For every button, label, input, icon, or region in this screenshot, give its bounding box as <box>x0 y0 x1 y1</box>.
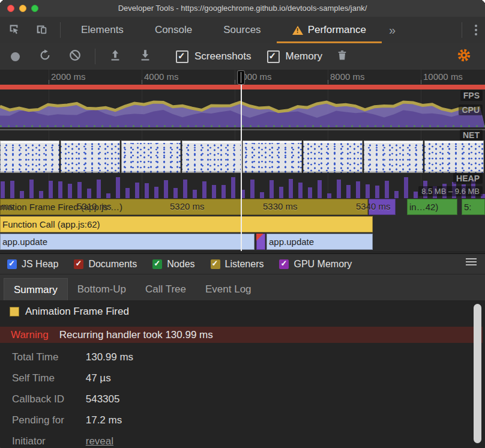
heap-range-label: 8.5 MB – 9.6 MB <box>418 186 483 196</box>
performance-toolbar: Screenshots Memory <box>0 43 485 70</box>
screenshots-checkbox-group[interactable]: Screenshots <box>176 50 252 63</box>
screenshot-thumbnail[interactable] <box>121 141 181 173</box>
legend-label: GPU Memory <box>294 259 352 270</box>
heap-track-label: HEAP <box>453 173 483 184</box>
row-value: 47 µs <box>86 372 111 384</box>
row-label: Callback ID <box>12 393 83 406</box>
tab-bottom-up[interactable]: Bottom-Up <box>68 278 136 301</box>
main-tab-bar: Elements Console Sources Performance <box>0 17 485 44</box>
block-icon <box>68 49 82 64</box>
flame-bar-long-task[interactable] <box>256 234 265 250</box>
summary-row: Self Time 47 µs <box>12 372 485 385</box>
checkbox-checked-icon <box>279 259 289 269</box>
separator <box>60 22 61 38</box>
row-label: Pending for <box>12 414 83 427</box>
tab-label: Summary <box>14 284 58 296</box>
legend-label: Documents <box>88 259 137 270</box>
playhead-line[interactable] <box>241 70 242 251</box>
legend-js-heap[interactable]: JS Heap <box>7 259 58 270</box>
screenshot-thumbnail[interactable] <box>424 141 484 173</box>
tab-performance[interactable]: Performance <box>277 17 382 43</box>
screenshots-label: Screenshots <box>194 50 252 62</box>
more-tabs-button[interactable] <box>382 23 403 37</box>
cpu-track-chart <box>0 100 485 127</box>
legend-documents[interactable]: Documents <box>74 259 137 270</box>
record-button[interactable] <box>0 43 30 70</box>
flame-bar-function-call[interactable]: Function Call (app.js:62) <box>0 216 373 232</box>
warning-text: Recurring handler took 130.99 ms <box>59 329 213 341</box>
screenshot-thumbnail[interactable] <box>364 141 423 173</box>
flame-bar[interactable]: in…42) <box>407 199 457 215</box>
titlebar: Developer Tools - https://googlechrome.g… <box>0 0 485 17</box>
row-value: 543305 <box>86 393 120 405</box>
screenshot-thumbnail[interactable] <box>242 141 302 173</box>
devtools-menu-button[interactable] <box>467 17 485 43</box>
save-profile-button[interactable] <box>130 43 160 70</box>
reload-icon <box>38 49 52 64</box>
tab-event-log[interactable]: Event Log <box>196 278 261 301</box>
summary-row-initiator: Initiator reveal <box>12 435 485 448</box>
memory-checkbox-group[interactable]: Memory <box>267 50 322 63</box>
screenshot-thumbnail[interactable] <box>61 141 120 173</box>
timeline-overview[interactable]: 2000 ms 4000 ms 6000 ms 8000 ms 10000 ms… <box>0 70 485 253</box>
heap-track-chart <box>0 175 485 198</box>
event-title-row: Animation Frame Fired <box>10 306 485 318</box>
separator <box>462 22 462 38</box>
ruler-tick <box>235 80 235 84</box>
tab-sources[interactable]: Sources <box>208 17 276 43</box>
row-label: Initiator <box>12 435 83 448</box>
kebab-icon <box>475 25 477 27</box>
warning-label: Warning <box>11 329 49 341</box>
tab-label: Performance <box>308 24 366 36</box>
checkbox-checked-icon <box>176 50 188 63</box>
devtools-window: Developer Tools - https://googlechrome.g… <box>0 0 485 448</box>
legend-gpu-memory[interactable]: GPU Memory <box>279 259 352 270</box>
ruler-label: 8000 ms <box>330 71 365 82</box>
legend-listeners[interactable]: Listeners <box>211 259 264 270</box>
load-profile-button[interactable] <box>100 43 130 70</box>
clear-recording-button[interactable] <box>60 43 90 70</box>
scrollbar-thumb[interactable] <box>474 304 481 443</box>
capture-settings-button[interactable] <box>449 43 479 70</box>
garbage-collect-button[interactable] <box>327 43 357 70</box>
summary-row: Callback ID 543305 <box>12 393 485 406</box>
ruler-tick <box>328 80 328 84</box>
flame-bar-app-update[interactable]: app.update <box>0 234 255 250</box>
device-toolbar-button[interactable] <box>28 17 55 43</box>
flame-bar-label: app.update <box>2 237 47 247</box>
flame-bar-app-update[interactable]: app.update <box>267 234 373 250</box>
window-title: Developer Tools - https://googlechrome.g… <box>0 4 485 13</box>
row-value: 130.99 ms <box>86 351 133 363</box>
row-label: Self Time <box>12 372 83 385</box>
tab-summary[interactable]: Summary <box>4 278 68 301</box>
ruler-tick <box>421 80 421 84</box>
screenshot-thumbnail[interactable] <box>182 141 241 173</box>
separator <box>95 49 95 64</box>
ruler-label: 10000 ms <box>423 71 463 82</box>
tab-console[interactable]: Console <box>139 17 208 43</box>
checkbox-checked-icon <box>74 259 83 269</box>
reload-and-record-button[interactable] <box>30 43 60 70</box>
warning-triangle-icon <box>292 26 303 35</box>
reveal-link[interactable]: reveal <box>86 435 113 447</box>
screenshot-thumbnail[interactable] <box>303 141 363 173</box>
tab-elements[interactable]: Elements <box>65 17 139 43</box>
ruler-label: 2000 ms <box>51 71 86 82</box>
checkbox-checked-icon <box>7 259 17 269</box>
screenshot-thumbnail[interactable] <box>0 141 59 173</box>
row-label: Total Time <box>12 351 83 364</box>
summary-row: Total Time 130.99 ms <box>12 351 485 364</box>
fps-track-label: FPS <box>460 90 483 101</box>
tab-call-tree[interactable]: Call Tree <box>136 278 196 301</box>
flame-bar-label: app.update <box>269 237 314 247</box>
playhead-handle[interactable] <box>237 70 245 85</box>
legend-nodes[interactable]: Nodes <box>152 259 194 270</box>
hamburger-icon <box>466 258 477 259</box>
inspect-element-button[interactable] <box>0 17 28 43</box>
gear-icon <box>457 48 471 65</box>
legend-label: JS Heap <box>22 259 58 270</box>
device-toolbar-icon <box>35 22 48 38</box>
flame-bar[interactable]: 5: <box>462 199 485 215</box>
flame-bar-label: Function Call (app.js:62) <box>2 219 100 229</box>
checkbox-checked-icon <box>211 259 220 269</box>
